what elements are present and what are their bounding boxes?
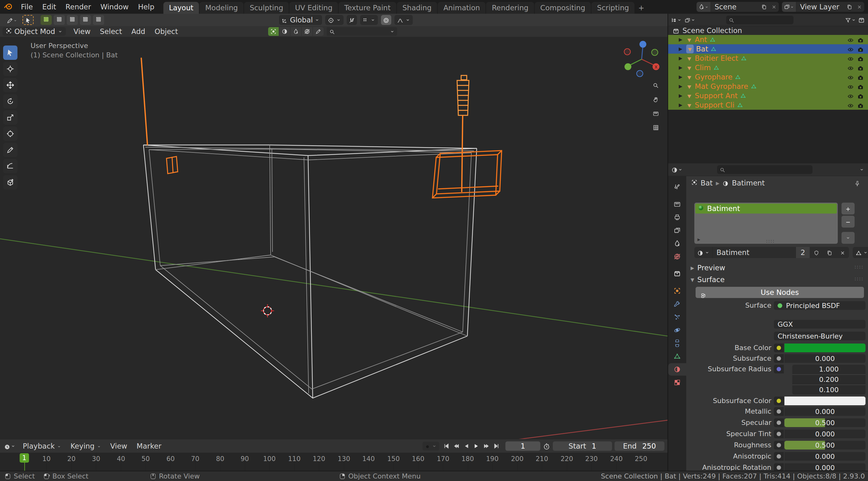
proportional-editing-toggle[interactable]: [381, 15, 391, 25]
outliner-search-input[interactable]: [726, 15, 794, 24]
disable-render-toggle[interactable]: [858, 64, 864, 72]
viewport-3d[interactable]: X User Perspective (1) Scene Collection …: [0, 37, 668, 439]
remove-slot-button[interactable]: [841, 216, 855, 228]
timeline-ruler[interactable]: 1020304050607080901001101201301401501601…: [0, 453, 668, 471]
menu-edit[interactable]: Edit: [38, 3, 61, 11]
current-frame-marker[interactable]: 1: [20, 453, 29, 462]
annotate-tool-button[interactable]: [3, 143, 18, 157]
expand-icon[interactable]: ▶: [679, 56, 682, 61]
navigation-gizmo[interactable]: X: [624, 41, 659, 77]
slot-list-expand-icon[interactable]: ▸: [698, 236, 700, 243]
hide-eye-toggle[interactable]: [847, 54, 854, 62]
hide-eye-toggle[interactable]: [847, 73, 854, 81]
start-frame-field[interactable]: Start1: [553, 441, 612, 451]
hide-eye-toggle[interactable]: [847, 82, 854, 90]
outliner-filter-mode-dropdown[interactable]: [684, 16, 695, 24]
gyrophare-object[interactable]: [457, 75, 469, 115]
end-frame-field[interactable]: End250: [615, 441, 664, 451]
gizmo-x-neg[interactable]: [624, 49, 630, 55]
fake-user-shield-button[interactable]: [810, 247, 823, 258]
timeline-menu-keying[interactable]: Keying: [66, 442, 106, 450]
gizmo-y-neg[interactable]: [652, 49, 658, 56]
workspace-tab-modeling[interactable]: Modeling: [199, 2, 244, 14]
timeline-menu-playback[interactable]: Playback: [18, 442, 66, 450]
material-name-field[interactable]: Batiment: [712, 247, 796, 258]
editor-type-button[interactable]: [3, 15, 21, 25]
viewport-menu-add[interactable]: Add: [127, 27, 150, 36]
add-cube-tool-button[interactable]: [3, 175, 18, 190]
new-collection-button[interactable]: [858, 16, 865, 24]
outliner-display-mode-dropdown[interactable]: [671, 16, 682, 24]
add-workspace-button[interactable]: +: [635, 2, 647, 14]
viewport-menu-object[interactable]: Object: [150, 27, 183, 36]
vector-field-1[interactable]: 0.200: [792, 375, 866, 384]
breadcrumb-material[interactable]: Batiment: [732, 179, 765, 187]
timeline-menu-view[interactable]: View: [106, 442, 132, 450]
hide-eye-toggle[interactable]: [847, 101, 854, 109]
hide-eye-toggle[interactable]: [847, 64, 854, 72]
camera-view-button[interactable]: [649, 107, 662, 119]
timeline-menu-marker[interactable]: Marker: [132, 442, 166, 450]
properties-tab-tool[interactable]: [668, 181, 686, 193]
scene-unlink-button[interactable]: [769, 2, 779, 12]
surface-shader-field[interactable]: Principled BSDF: [774, 301, 866, 310]
properties-tab-particles[interactable]: [668, 311, 686, 323]
previous-keyframe-button[interactable]: [452, 442, 461, 450]
view-layer-selector[interactable]: View Layer: [782, 2, 864, 12]
properties-tab-material[interactable]: [668, 363, 686, 376]
properties-editor-type-dropdown[interactable]: [668, 165, 683, 173]
snap-target-dropdown[interactable]: [360, 15, 378, 25]
play-reverse-button[interactable]: [462, 442, 471, 450]
expand-icon[interactable]: ▶: [679, 102, 682, 108]
properties-tab-texture[interactable]: [668, 376, 686, 389]
disable-render-toggle[interactable]: [858, 73, 864, 81]
object-name[interactable]: Clim: [695, 64, 711, 72]
current-frame-field[interactable]: 1: [505, 441, 540, 451]
unlink-material-button[interactable]: [836, 247, 849, 258]
ortho-toggle-button[interactable]: [649, 121, 662, 133]
select-box-tool-button[interactable]: [3, 45, 18, 60]
object-name[interactable]: Support Cli: [695, 101, 735, 109]
slider-field[interactable]: 0.500: [784, 418, 866, 427]
outliner-item-boitier-elect[interactable]: ▶Boitier Elect: [668, 54, 868, 63]
surface-panel-header[interactable]: ▾Surface: [691, 276, 724, 284]
workspace-tab-rendering[interactable]: Rendering: [486, 2, 534, 14]
properties-tab-view-layer[interactable]: [668, 224, 686, 236]
expand-icon[interactable]: ▶: [679, 37, 682, 42]
filter-object-icon[interactable]: [268, 27, 279, 36]
expand-icon[interactable]: ▶: [679, 93, 682, 98]
scale-tool-button[interactable]: [3, 110, 18, 125]
move-tool-button[interactable]: [3, 78, 18, 92]
slider-field[interactable]: 0.500: [784, 441, 866, 450]
view-layer-remove-button[interactable]: [855, 2, 864, 12]
mat-gyrophare-object[interactable]: [462, 115, 463, 192]
selected-objects-orange[interactable]: [141, 58, 502, 198]
slot-list-grip[interactable]: ::::: [766, 238, 775, 244]
gizmo-y-axis[interactable]: [624, 63, 631, 70]
outliner-scene-collection[interactable]: Scene Collection: [668, 26, 868, 35]
expand-icon[interactable]: ▶: [679, 84, 682, 89]
scene-name[interactable]: Scene: [711, 3, 759, 11]
workspace-tab-uv-editing[interactable]: UV Editing: [289, 2, 338, 14]
properties-tab-render[interactable]: [668, 198, 686, 211]
select-mode-set-button[interactable]: [40, 15, 52, 25]
outliner-item-ant[interactable]: ▶Ant: [668, 35, 868, 44]
slot-specials-dropdown[interactable]: [841, 232, 855, 244]
measure-tool-button[interactable]: [3, 159, 18, 173]
properties-tab-output[interactable]: [668, 211, 686, 224]
select-mode-subtract-button[interactable]: [67, 15, 78, 25]
timeline-editor-type-dropdown[interactable]: [0, 442, 18, 450]
color-swatch[interactable]: [784, 344, 866, 352]
view-layer-icon[interactable]: [782, 2, 796, 12]
pin-icon[interactable]: [854, 179, 865, 187]
auto-keying-toggle[interactable]: [423, 442, 439, 450]
disable-render-toggle[interactable]: [858, 45, 864, 53]
zoom-button[interactable]: [649, 79, 662, 91]
pan-button[interactable]: [649, 93, 662, 105]
outliner-item-mat-gyrophare[interactable]: ▶Mat Gyrophare: [668, 82, 868, 91]
jump-to-start-button[interactable]: [442, 442, 451, 450]
expand-icon[interactable]: ▶: [679, 46, 682, 52]
gizmo-z-axis[interactable]: [640, 41, 646, 48]
material-users-count[interactable]: 2: [796, 247, 810, 258]
proportional-falloff-dropdown[interactable]: [394, 15, 413, 25]
